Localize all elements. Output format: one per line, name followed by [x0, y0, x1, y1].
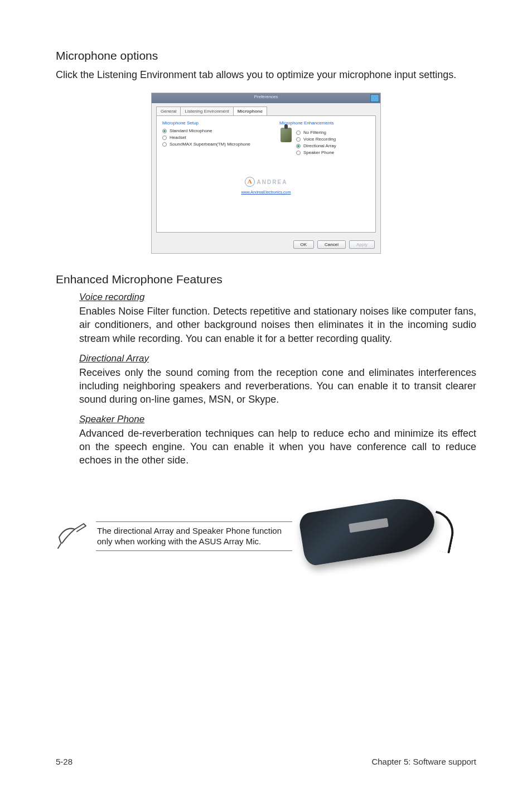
- radio-icon: [296, 131, 301, 135]
- andrea-logo-icon: [245, 177, 255, 187]
- feature-body: Enables Noise Filter function. Detects r…: [79, 305, 476, 345]
- feature-title: Voice recording: [79, 292, 476, 303]
- radio-no-filtering[interactable]: No Filtering: [296, 130, 369, 135]
- andrea-url-link[interactable]: www.AndreaElectronics.com: [157, 190, 375, 194]
- tab-listening-environment[interactable]: Listening Environment: [180, 107, 233, 115]
- radio-superbeam-microphone[interactable]: SoundMAX Superbeam(TM) Microphone: [162, 142, 268, 147]
- tab-general[interactable]: General: [156, 107, 181, 115]
- page-footer: 5-28 Chapter 5: Software support: [56, 757, 476, 766]
- dialog-titlebar: Preferences: [152, 93, 380, 103]
- radio-icon: [162, 129, 167, 133]
- apply-button[interactable]: Apply: [349, 240, 375, 249]
- radio-icon: [296, 144, 301, 148]
- mic-setup-header: Microphone Setup: [162, 120, 268, 125]
- preferences-dialog-screenshot: Preferences General Listening Environmen…: [56, 93, 476, 254]
- radio-icon: [296, 137, 301, 142]
- feature-body: Receives only the sound coming from the …: [79, 366, 476, 406]
- cancel-button[interactable]: Cancel: [317, 240, 346, 249]
- feature-body: Advanced de-reverberation techniques can…: [79, 427, 476, 467]
- chapter-label: Chapter 5: Software support: [371, 757, 476, 766]
- radio-headset[interactable]: Headset: [162, 135, 268, 140]
- radio-speaker-phone[interactable]: Speaker Phone: [296, 150, 369, 155]
- tab-microphone[interactable]: Microphone: [233, 107, 267, 115]
- radio-icon: [162, 136, 167, 140]
- andrea-logo: ANDREA www.AndreaElectronics.com: [157, 176, 375, 194]
- dialog-tabs: General Listening Environment Microphone: [152, 103, 380, 115]
- radio-voice-recording[interactable]: Voice Recording: [296, 137, 369, 142]
- feature-voice-recording: Voice recording Enables Noise Filter fun…: [56, 292, 476, 345]
- radio-icon: [296, 151, 301, 155]
- note-box: The directional Array and Speaker Phone …: [96, 521, 292, 551]
- radio-label: Standard Microphone: [170, 128, 212, 133]
- note-pencil-icon: [56, 520, 87, 552]
- radio-label: Speaker Phone: [303, 150, 334, 155]
- dialog-title: Preferences: [254, 94, 278, 99]
- microphone-options-body: Click the Listening Environment tab allo…: [56, 68, 476, 81]
- radio-standard-microphone[interactable]: Standard Microphone: [162, 128, 268, 133]
- note-text: The directional Array and Speaker Phone …: [97, 525, 291, 547]
- radio-label: Voice Recording: [303, 137, 336, 142]
- feature-title: Directional Array: [79, 353, 476, 364]
- radio-label: Directional Array: [303, 143, 336, 148]
- array-mic-photo: [301, 497, 452, 575]
- page-number: 5-28: [56, 757, 72, 766]
- feature-title: Speaker Phone: [79, 414, 476, 425]
- feature-speaker-phone: Speaker Phone Advanced de-reverberation …: [56, 414, 476, 467]
- andrea-logo-text: ANDREA: [257, 179, 288, 185]
- radio-icon: [162, 142, 167, 147]
- feature-directional-array: Directional Array Receives only the soun…: [56, 353, 476, 406]
- mic-enhancements-header: Microphone Enhancements: [279, 120, 369, 125]
- radio-label: SoundMAX Superbeam(TM) Microphone: [170, 142, 250, 147]
- enhanced-microphone-features-heading: Enhanced Microphone Features: [56, 273, 476, 286]
- microphone-options-heading: Microphone options: [56, 49, 476, 62]
- radio-directional-array[interactable]: Directional Array: [296, 143, 369, 148]
- ok-button[interactable]: OK: [293, 240, 315, 249]
- radio-label: Headset: [170, 135, 186, 140]
- radio-label: No Filtering: [303, 130, 326, 135]
